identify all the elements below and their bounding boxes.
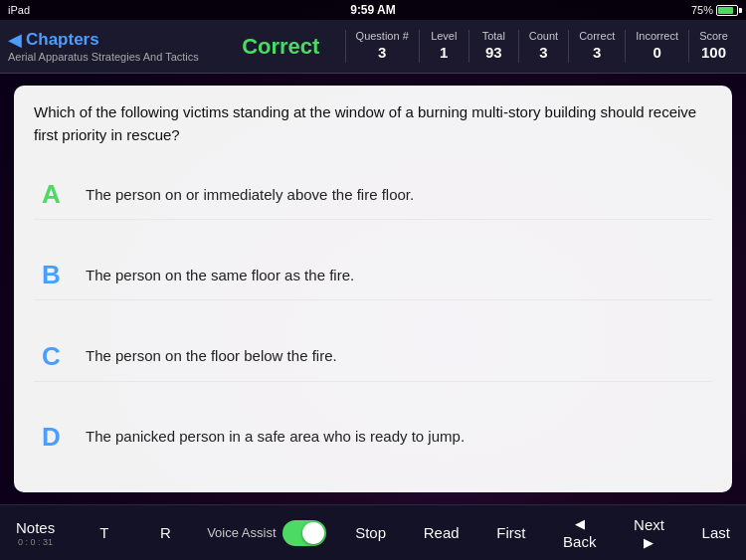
score-label: Score: [699, 30, 728, 43]
question-value: 3: [378, 43, 386, 63]
count-label: Count: [529, 30, 558, 43]
stop-button[interactable]: Stop: [347, 520, 394, 545]
stat-incorrect: Incorrect 0: [625, 30, 688, 63]
answer-c-text: The person on the floor below the fire.: [86, 345, 337, 366]
toggle-knob: [302, 522, 324, 544]
correct-label: Correct: [579, 30, 615, 43]
total-label: Total: [482, 30, 505, 43]
answer-d-text: The panicked person in a safe area who i…: [86, 426, 465, 447]
status-bar: iPad 9:59 AM 75%: [0, 0, 746, 20]
r-button[interactable]: R: [146, 520, 186, 545]
next-label: Next: [634, 516, 664, 533]
answer-a-letter: A: [42, 181, 86, 207]
correct-badge-area: Correct: [217, 34, 345, 60]
question-text: Which of the following victims standing …: [34, 101, 712, 146]
stat-correct: Correct 3: [568, 30, 625, 63]
header: ◀ Chapters Aerial Apparatus Strategies A…: [0, 20, 746, 74]
back-arrow: ◀: [575, 516, 585, 531]
question-card: Which of the following victims standing …: [14, 86, 732, 492]
t-button[interactable]: T: [85, 520, 124, 545]
back-label: Back: [563, 533, 596, 550]
header-stats: Question # 3 Level 1 Total 93 Count 3 Co…: [345, 30, 738, 63]
stat-score: Score 100: [688, 30, 738, 63]
time-display: 9:59 AM: [10, 3, 736, 17]
answer-c-letter: C: [42, 343, 86, 369]
correct-badge: Correct: [242, 34, 319, 59]
battery-percent: 75%: [691, 4, 713, 16]
answer-b[interactable]: B The person on the same floor as the fi…: [34, 250, 712, 300]
main-content: Which of the following victims standing …: [0, 74, 746, 504]
incorrect-value: 0: [653, 43, 660, 63]
subtitle-text: Aerial Apparatus Strategies And Tactics: [8, 51, 217, 63]
r-label: R: [160, 524, 171, 541]
battery-area: 75%: [691, 4, 738, 16]
last-button[interactable]: Last: [694, 520, 738, 545]
read-button[interactable]: Read: [416, 520, 467, 545]
timer-label: 0 : 0 : 31: [18, 537, 53, 547]
first-label: First: [496, 524, 525, 541]
notes-button[interactable]: Notes 0 : 0 : 31: [8, 515, 63, 551]
header-left: ◀ Chapters Aerial Apparatus Strategies A…: [8, 30, 217, 63]
voice-assist-label: Voice Assist: [207, 525, 276, 540]
answer-b-letter: B: [42, 262, 86, 287]
stat-level: Level 1: [419, 30, 468, 63]
read-label: Read: [424, 524, 460, 541]
answer-a-text: The person on or immediately above the f…: [86, 184, 414, 205]
device-label: iPad: [8, 4, 30, 16]
t-label: T: [99, 524, 108, 541]
score-value: 100: [701, 43, 726, 63]
chapters-nav[interactable]: ◀ Chapters: [8, 30, 217, 50]
level-value: 1: [440, 43, 448, 63]
level-label: Level: [431, 30, 457, 43]
question-label: Question #: [356, 30, 409, 43]
next-button[interactable]: Next ▶: [626, 512, 672, 554]
bottom-toolbar: Notes 0 : 0 : 31 T R Voice Assist Stop R…: [0, 504, 746, 560]
stat-question: Question # 3: [345, 30, 419, 63]
next-arrow: ▶: [644, 535, 653, 550]
voice-assist-toggle[interactable]: [282, 520, 326, 546]
answer-d[interactable]: D The panicked person in a safe area who…: [34, 412, 712, 462]
total-value: 93: [485, 43, 502, 63]
first-button[interactable]: First: [488, 520, 533, 545]
answer-c[interactable]: C The person on the floor below the fire…: [34, 331, 712, 382]
answer-b-text: The person on the same floor as the fire…: [86, 265, 354, 285]
incorrect-label: Incorrect: [636, 30, 678, 43]
voice-assist-group: Voice Assist: [207, 520, 325, 546]
notes-label: Notes: [16, 519, 55, 536]
stat-total: Total 93: [468, 30, 518, 63]
stat-count: Count 3: [518, 30, 568, 63]
back-arrow-icon[interactable]: ◀: [8, 31, 22, 49]
chapters-label[interactable]: Chapters: [26, 30, 99, 50]
back-button[interactable]: ◀ Back: [555, 512, 604, 554]
answers-list: A The person on or immediately above the…: [34, 154, 712, 476]
stop-label: Stop: [355, 524, 386, 541]
answer-d-letter: D: [42, 424, 86, 450]
answer-a[interactable]: A The person on or immediately above the…: [34, 169, 712, 220]
last-label: Last: [702, 524, 730, 541]
count-value: 3: [539, 43, 547, 63]
correct-value: 3: [593, 43, 601, 63]
battery-icon: [716, 5, 738, 16]
